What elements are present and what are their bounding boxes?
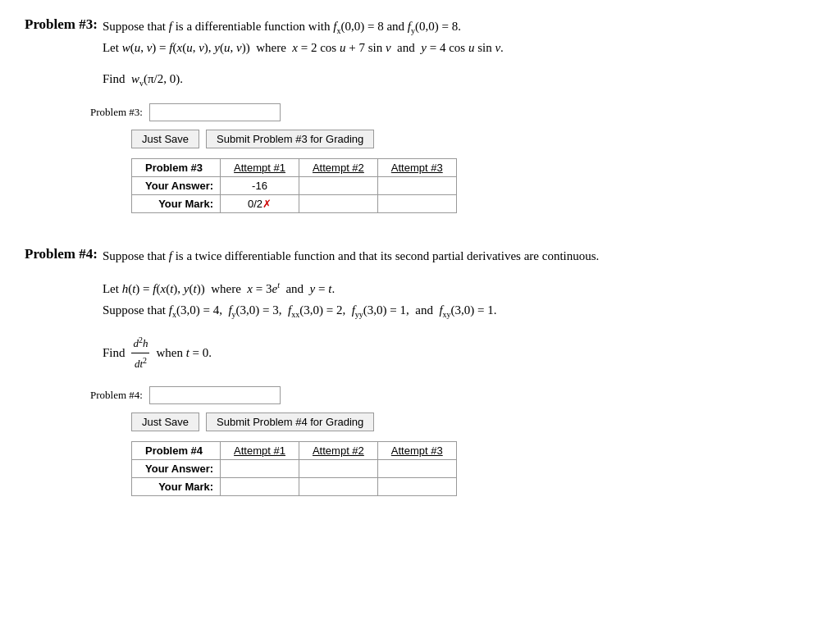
problem-4-table-attempt2: Attempt #2: [299, 442, 377, 460]
problem-4-answer-row: Problem #4:: [25, 386, 815, 404]
problem-4-your-mark-label: Your Mark:: [132, 478, 221, 496]
problem-4-table-attempt1: Attempt #1: [221, 442, 299, 460]
problem-4-answer-attempt1: [221, 460, 299, 478]
problem-4-denom: dt2: [133, 353, 148, 373]
problem-4-line3: Suppose that fx(3,0) = 4, fy(3,0) = 3, f…: [103, 300, 599, 321]
problem-4-when-text: when t = 0.: [156, 343, 212, 364]
problem-3-answer-row-table: Your Answer: -16: [132, 176, 457, 194]
problem-4-submit-button[interactable]: Submit Problem #4 for Grading: [206, 412, 374, 431]
problem-3-line2: Let w(u, v) = f(x(u, v), y(u, v)) where …: [103, 38, 504, 59]
problem-4-table: Problem #4 Attempt #1 Attempt #2 Attempt…: [131, 441, 457, 496]
problem-4-mark-attempt3: [377, 478, 456, 496]
problem-4-text: Suppose that f is a twice differentiable…: [103, 246, 599, 374]
problem-4-your-answer-label: Your Answer:: [132, 460, 221, 478]
problem-4-find-text: Find: [103, 343, 126, 364]
problem-3-table-col0: Problem #3: [132, 158, 221, 176]
problem-4-mark-attempt2: [299, 478, 377, 496]
problem-4-just-save-button[interactable]: Just Save: [131, 412, 199, 431]
problem-3-answer-attempt2: [299, 176, 377, 194]
problem-4-mark-attempt1: [221, 478, 299, 496]
problem-4-mark-row-table: Your Mark:: [132, 478, 457, 496]
problem-3-answer-label: Problem #3:: [90, 106, 143, 119]
problem-4-fraction: d2h dt2: [131, 333, 149, 374]
problem-3-submit-button[interactable]: Submit Problem #3 for Grading: [206, 130, 374, 148]
problem-3-header: Problem #3: Suppose that f is a differen…: [25, 16, 815, 90]
problem-4-table-attempt3: Attempt #3: [377, 442, 456, 460]
problem-4-answer-row-table: Your Answer:: [132, 460, 457, 478]
problem-4-answer-attempt3: [377, 460, 456, 478]
problem-3-your-mark-label: Your Mark:: [132, 194, 221, 212]
problem-3-answer-attempt1: -16: [221, 176, 299, 194]
problem-4-line1: Suppose that f is a twice differentiable…: [103, 246, 599, 267]
problem-3-mark-row-table: Your Mark: 0/2✗: [132, 194, 457, 212]
problem-3-label: Problem #3:: [25, 16, 98, 33]
problem-3-block: Problem #3: Suppose that f is a differen…: [25, 16, 815, 213]
problem-3-mark-attempt3: [377, 194, 456, 212]
problem-4-button-row: Just Save Submit Problem #4 for Grading: [25, 412, 815, 431]
problem-3-line1: Suppose that f is a differentiable funct…: [103, 16, 504, 38]
problem-4-table-col0: Problem #4: [132, 442, 221, 460]
problem-3-mark-value: 0/2: [248, 198, 262, 210]
problem-4-header: Problem #4: Suppose that f is a twice di…: [25, 246, 815, 374]
problem-4-find: Find d2h dt2 when t = 0.: [103, 333, 599, 374]
problem-3-button-row: Just Save Submit Problem #3 for Grading: [25, 130, 815, 148]
problem-4-input[interactable]: [149, 386, 281, 404]
problem-3-table-attempt1: Attempt #1: [221, 158, 299, 176]
problem-3-answer-row: Problem #3:: [25, 103, 815, 121]
problem-4-numer: d2h: [131, 333, 149, 353]
problem-3-find: Find wv(π/2, 0).: [103, 69, 504, 90]
problem-3-your-answer-label: Your Answer:: [132, 176, 221, 194]
problem-3-answer-attempt3: [377, 176, 456, 194]
problem-4-block: Problem #4: Suppose that f is a twice di…: [25, 246, 815, 497]
problem-3-table-attempt3: Attempt #3: [377, 158, 456, 176]
problem-4-label: Problem #4:: [25, 246, 98, 262]
problem-3-mark-x: ✗: [262, 198, 272, 210]
problem-4-line2: Let h(t) = f(x(t), y(t)) where x = 3et a…: [103, 278, 599, 300]
problem-3-text: Suppose that f is a differentiable funct…: [103, 16, 504, 90]
problem-3-input[interactable]: [149, 103, 281, 121]
problem-3-mark-attempt2: [299, 194, 377, 212]
problem-3-mark-attempt1: 0/2✗: [221, 194, 299, 212]
problem-3-table: Problem #3 Attempt #1 Attempt #2 Attempt…: [131, 158, 457, 213]
problem-3-table-attempt2: Attempt #2: [299, 158, 377, 176]
problem-3-just-save-button[interactable]: Just Save: [131, 130, 199, 148]
problem-4-answer-attempt2: [299, 460, 377, 478]
problem-4-answer-label: Problem #4:: [90, 389, 143, 402]
